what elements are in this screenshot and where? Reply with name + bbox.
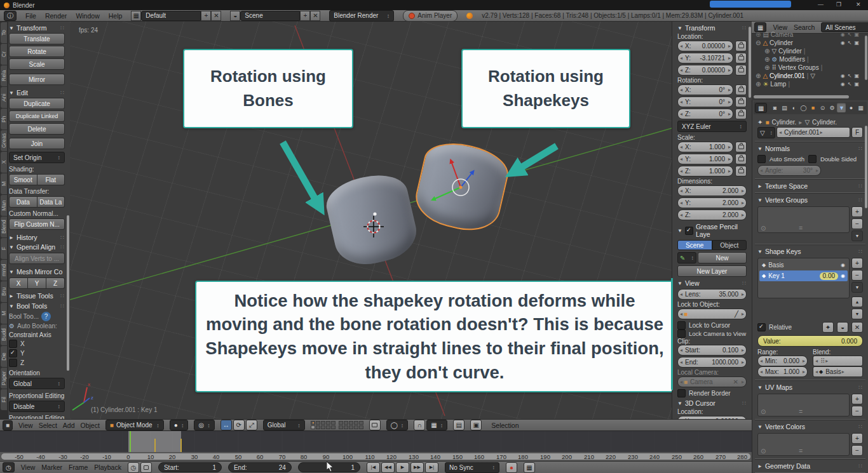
shape-keys-list[interactable]: ◆Basis◉ ◆Key 10.00◉ <box>757 258 850 298</box>
tab-object[interactable]: Object <box>712 240 747 250</box>
lock-icon[interactable] <box>735 97 747 107</box>
tab-constraints[interactable]: ⊙ <box>818 103 827 112</box>
n-panel-scrollbar[interactable] <box>749 27 751 98</box>
outliner-row-cylinder[interactable]: ⊖△Cylinder◉↖▣ <box>752 39 868 47</box>
panel-grip-icon[interactable]: ∷ <box>60 25 65 31</box>
vgroup-specials-button[interactable]: ▼ <box>851 230 863 241</box>
close-button[interactable]: ✕ <box>856 1 861 8</box>
rotation-z-field[interactable]: Z:0° <box>677 109 733 119</box>
timeline-view-menu[interactable]: View <box>21 463 36 471</box>
shelf-tab[interactable]: Ani <box>1 87 7 108</box>
outliner-row-lamp[interactable]: ⊕☀Lamp|◉↖▣ <box>752 80 868 88</box>
rotation-mode-select[interactable]: XYZ Euler <box>677 121 747 132</box>
shelf-tab[interactable]: mmd <box>1 260 7 281</box>
shelf-tab[interactable]: Man <box>1 195 7 216</box>
set-origin-menu[interactable]: Set Origin <box>9 152 65 163</box>
panel-tissue-tools[interactable]: Tissue Tools∷ <box>9 292 65 300</box>
location-y-field[interactable]: Y:-3.10721 <box>677 53 733 63</box>
timeline-playback-menu[interactable]: Playback <box>94 463 121 471</box>
proportional-editing-select[interactable]: Disable <box>9 401 65 412</box>
next-keyframe-button[interactable]: ▶▶ <box>410 462 424 473</box>
shapekey-remove-button[interactable]: − <box>851 270 863 281</box>
snap-magnet-button[interactable]: ∩ <box>414 420 425 430</box>
tab-scene[interactable]: ◐ <box>789 103 798 112</box>
checkbox-y[interactable] <box>9 349 17 357</box>
panel-3d-cursor[interactable]: 3D Cursor∷ <box>677 399 747 407</box>
manipulator-rotate-button[interactable]: ⟳ <box>233 420 245 430</box>
clip-start-field[interactable]: Start:0.100 <box>677 345 747 356</box>
shapekey-value-slider[interactable]: Value:0.000 <box>757 335 863 347</box>
outliner-row-camera[interactable]: ⊕▤Camera◉↖▣ <box>752 30 868 39</box>
cylinder-bones[interactable] <box>322 168 421 271</box>
keying-set-button[interactable]: ▦ <box>524 462 535 473</box>
shelf-tab[interactable]: F <box>1 238 7 259</box>
screen-layout-selector[interactable]: ▦ Default + ✕ <box>131 11 221 21</box>
location-z-field[interactable]: Z:0.00000 <box>677 65 733 76</box>
lock-icon[interactable] <box>735 84 747 95</box>
shelf-tab[interactable]: Greas <box>1 130 7 151</box>
lock-icon[interactable] <box>735 109 747 119</box>
lock-object-field[interactable]: ■╱ <box>677 309 747 319</box>
uv-maps-list[interactable]: ⊙= <box>757 394 850 416</box>
axis-z-button[interactable]: Z <box>46 277 65 289</box>
prev-keyframe-button[interactable]: ◀◀ <box>381 462 395 473</box>
panel-shape-keys[interactable]: Shape Keys∷ <box>757 248 863 255</box>
panel-mesh-mirror[interactable]: Mesh Mirror Co <box>9 268 65 276</box>
timeline-scrollbar[interactable] <box>1 453 750 460</box>
pencil-icon[interactable]: ✎ <box>677 252 696 263</box>
lock-icon[interactable] <box>735 166 747 177</box>
duplicate-button[interactable]: Duplicate <box>9 98 65 109</box>
add-menu[interactable]: Add <box>63 422 75 429</box>
shelf-tab[interactable]: Ph <box>1 109 7 130</box>
render-icon[interactable]: ▣ <box>854 40 859 46</box>
delete-button[interactable]: Delete <box>9 123 65 135</box>
scale-y-field[interactable]: Y:1.000 <box>677 154 733 164</box>
play-button[interactable]: ▶ <box>396 462 409 473</box>
vgroup-remove-button[interactable]: − <box>851 218 863 229</box>
axis-x-button[interactable]: X <box>9 277 28 289</box>
tab-object-data[interactable]: ▼ <box>837 103 846 112</box>
duplicate-linked-button[interactable]: Duplicate Linked <box>9 110 65 122</box>
frame-start-field[interactable]: Start:1 <box>158 462 222 472</box>
tab-scene[interactable]: Scene <box>677 240 712 250</box>
select-icon[interactable]: ↖ <box>848 73 852 79</box>
scene-value[interactable]: Scene <box>240 11 300 21</box>
viewport-editor-icon[interactable]: ■ <box>3 420 13 430</box>
panel-edit[interactable]: Edit∷ <box>9 89 65 97</box>
vgroup-add-button[interactable]: + <box>851 206 863 217</box>
dim-x-field[interactable]: X:2.000 <box>677 185 747 196</box>
tab-world[interactable]: ◯ <box>799 103 808 112</box>
shelf-tab[interactable]: To <box>1 22 7 43</box>
editor-type-info-icon[interactable]: ⓘ <box>4 11 17 21</box>
layout-close-button[interactable]: ✕ <box>211 11 221 21</box>
dim-y-field[interactable]: Y:2.000 <box>677 197 747 208</box>
scene-close-button[interactable]: ✕ <box>310 11 320 21</box>
translate-button[interactable]: Translate <box>9 33 65 44</box>
tab-render-layers[interactable]: ▤ <box>780 103 789 112</box>
outliner-hscrollbar[interactable] <box>754 95 849 98</box>
edit-mode-display-button[interactable]: ◒ <box>837 322 848 333</box>
smooth-button[interactable]: Smoot <box>9 174 37 185</box>
eye-icon[interactable]: ◉ <box>841 73 845 79</box>
shelf-tab[interactable]: Paper <box>1 368 7 389</box>
shelf-scrollbar[interactable] <box>67 215 69 371</box>
panel-vertex-colors[interactable]: Vertex Colors∷ <box>757 423 863 430</box>
panel-grease-pencil[interactable]: Grease Pencil Laye <box>677 223 747 238</box>
double-sided-checkbox[interactable] <box>808 155 817 163</box>
outliner-row-vertex-groups[interactable]: ⊕⠿Vertex Groups| <box>752 63 868 72</box>
shapekey-specials-button[interactable]: ▼ <box>851 282 863 293</box>
clip-end-field[interactable]: End:1000.000 <box>677 357 747 368</box>
uv-add-button[interactable]: + <box>851 394 863 404</box>
scale-z-field[interactable]: Z:1.000 <box>677 166 733 177</box>
lock-to-cursor-row[interactable]: Lock to Cursor <box>677 321 747 330</box>
render-icon[interactable]: ▣ <box>854 73 859 79</box>
uv-remove-button[interactable]: − <box>851 406 863 416</box>
join-button[interactable]: Join <box>9 138 65 149</box>
select-icon[interactable]: ↖ <box>848 81 852 87</box>
auto-smooth-checkbox[interactable] <box>757 155 766 163</box>
vcol-add-button[interactable]: + <box>851 433 863 444</box>
keyframe-marker[interactable] <box>154 439 156 453</box>
layout-add-button[interactable]: + <box>201 11 211 21</box>
shelf-tab[interactable]: Rela <box>1 65 7 86</box>
render-opengl-button[interactable]: ▤ <box>453 420 465 430</box>
